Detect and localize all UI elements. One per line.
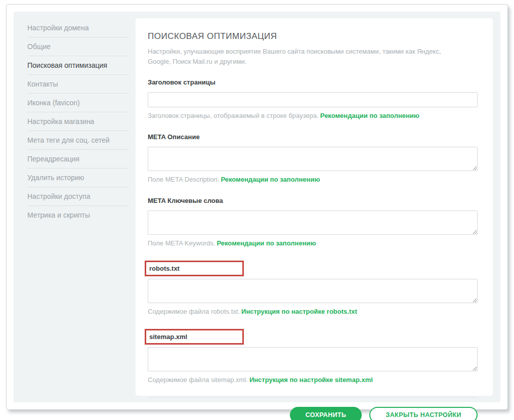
close-settings-button[interactable]: ЗАКРЫТЬ НАСТРОЙКИ <box>369 407 478 420</box>
seo-settings-panel: ПОИСКОВАЯ ОПТИМИЗАЦИЯ Настройки, улучшаю… <box>136 18 493 396</box>
page-title-label: Заголовок страницы <box>148 78 478 86</box>
robots-txt-label-highlight: robots.txt <box>145 261 244 276</box>
page-description: Настройки, улучшающие восприятие Вашего … <box>148 47 464 66</box>
field-meta-keywords: META Ключевые слова Поле META Keywords.Р… <box>148 197 478 247</box>
meta-description-hint: Поле META Description.Рекомендации по за… <box>148 176 478 183</box>
sidebar-item-metrics-scripts[interactable]: Метрика и скрипты <box>27 206 129 224</box>
meta-keywords-hint: Поле META Keywords.Рекомендации по запол… <box>148 239 478 247</box>
sidebar-item-domain-settings[interactable]: Настройки домена <box>27 19 129 37</box>
settings-body: Настройки домена Общие Поисковая оптимиз… <box>14 12 500 402</box>
sidebar-item-contacts[interactable]: Контакты <box>27 75 129 94</box>
sidebar-item-social-meta-tags[interactable]: Мета теги для соц. сетей <box>27 131 129 150</box>
hint-text: Содержимое файла sitemap.xml. <box>148 376 248 384</box>
page-title: ПОИСКОВАЯ ОПТИМИЗАЦИЯ <box>148 31 478 41</box>
meta-description-label: META Описание <box>148 133 478 141</box>
robots-txt-hint: Содержимое файла robots.txt.Инструкция п… <box>148 308 478 315</box>
sidebar-item-clear-history[interactable]: Удалить историю <box>27 169 129 187</box>
hint-text: Содержимое файла robots.txt. <box>148 308 240 315</box>
sidebar-item-favicon[interactable]: Иконка (favicon) <box>27 94 129 112</box>
footer-actions: СОХРАНИТЬ ЗАКРЫТЬ НАСТРОЙКИ <box>148 397 478 420</box>
field-meta-description: META Описание Поле META Description.Реко… <box>148 133 478 183</box>
settings-sidebar: Настройки домена Общие Поисковая оптимиз… <box>14 12 136 402</box>
hint-text: Поле META Keywords. <box>148 239 215 247</box>
meta-keywords-recommendations-link[interactable]: Рекомендации по заполнению <box>217 239 316 247</box>
field-sitemap-xml: sitemap.xml Содержимое файла sitemap.xml… <box>148 329 478 384</box>
sidebar-item-access-settings[interactable]: Настройки доступа <box>27 187 129 206</box>
robots-txt-textarea[interactable] <box>148 279 478 303</box>
sidebar-item-seo[interactable]: Поисковая оптимизация <box>27 56 129 75</box>
sidebar-item-redirects[interactable]: Переадресация <box>27 150 129 169</box>
sitemap-xml-label: sitemap.xml <box>149 333 238 341</box>
hint-text: Заголовок страницы, отображаемый в строк… <box>148 112 319 119</box>
meta-description-recommendations-link[interactable]: Рекомендации по заполнению <box>221 176 320 183</box>
robots-txt-label: robots.txt <box>149 265 238 272</box>
page-title-hint: Заголовок страницы, отображаемый в строк… <box>148 112 478 119</box>
sidebar-item-shop-settings[interactable]: Настройка магазина <box>27 112 129 131</box>
meta-keywords-label: META Ключевые слова <box>148 197 478 204</box>
save-button[interactable]: СОХРАНИТЬ <box>290 407 362 420</box>
sitemap-xml-instruction-link[interactable]: Инструкция по настройке sitemap.xml <box>249 376 373 384</box>
page-title-input[interactable] <box>148 92 478 107</box>
field-page-title: Заголовок страницы Заголовок страницы, о… <box>148 78 478 119</box>
sitemap-xml-textarea[interactable] <box>148 347 478 371</box>
settings-window: Настройки домена Общие Поисковая оптимиз… <box>6 4 508 410</box>
field-robots-txt: robots.txt Содержимое файла robots.txt.И… <box>148 261 478 315</box>
meta-description-textarea[interactable] <box>148 147 478 171</box>
page-title-recommendations-link[interactable]: Рекомендации по заполнению <box>320 112 419 119</box>
sidebar-item-general[interactable]: Общие <box>27 37 129 56</box>
robots-txt-instruction-link[interactable]: Инструкция по настройке robots.txt <box>241 308 357 315</box>
sitemap-xml-label-highlight: sitemap.xml <box>145 329 244 345</box>
meta-keywords-textarea[interactable] <box>148 211 478 235</box>
sitemap-xml-hint: Содержимое файла sitemap.xml.Инструкция … <box>148 376 478 384</box>
hint-text: Поле META Description. <box>148 176 219 183</box>
